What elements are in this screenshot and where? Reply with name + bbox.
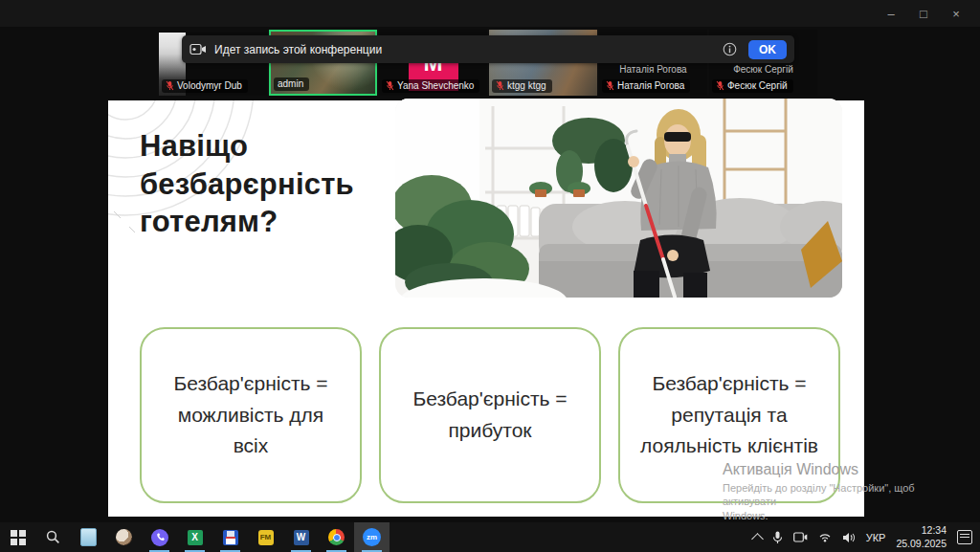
maximize-button[interactable]: □ bbox=[907, 0, 940, 27]
taskbar-app-floppy[interactable] bbox=[212, 522, 248, 552]
muted-mic-icon bbox=[716, 80, 724, 91]
shared-slide: Навіщо безбарєрність готелям? bbox=[108, 100, 864, 517]
language-indicator[interactable]: УКР bbox=[866, 532, 886, 543]
slide-card: Безбар'єрність = репутація та лояльність… bbox=[618, 327, 840, 503]
taskbar-app-word[interactable]: W bbox=[283, 522, 319, 552]
zoom-icon: zm bbox=[363, 528, 381, 546]
windows-logo-icon bbox=[11, 530, 26, 545]
speaker-icon bbox=[842, 532, 856, 543]
ok-button[interactable]: OK bbox=[748, 40, 787, 59]
participant-name-label: Volodymyr Dub bbox=[162, 79, 248, 93]
slide-photo bbox=[395, 99, 842, 298]
chrome-icon bbox=[328, 529, 345, 545]
tray-time: 12:34 bbox=[896, 524, 947, 537]
tray-volume[interactable] bbox=[842, 532, 856, 543]
participant-name-label: Фесюк Сергій bbox=[712, 79, 793, 93]
tray-mic[interactable] bbox=[772, 531, 783, 544]
participant-center-name: Наталія Рогова bbox=[599, 64, 707, 75]
recording-notification: Идет запись этой конференции OK bbox=[182, 35, 794, 63]
participant-name-label: Наталія Рогова bbox=[602, 79, 690, 93]
network-icon bbox=[818, 532, 832, 542]
recording-message: Идет запись этой конференции bbox=[214, 43, 382, 56]
chevron-up-icon bbox=[751, 533, 764, 545]
action-center-button[interactable] bbox=[957, 530, 972, 544]
slide-card: Безбар'єрність = можливість для всіх bbox=[140, 327, 362, 503]
taskbar-app-excel[interactable]: X bbox=[177, 522, 212, 552]
recording-camera-icon bbox=[189, 43, 207, 55]
notes-app-icon bbox=[80, 528, 97, 546]
taskbar-app-file-manager[interactable]: FM bbox=[248, 522, 283, 552]
muted-mic-icon bbox=[386, 80, 394, 91]
slide-card: Безбар'єрність = прибуток bbox=[379, 327, 601, 503]
participant-name-label: Yana Shevchenko bbox=[382, 79, 479, 93]
participant-center-name: Фесюк Сергій bbox=[709, 64, 817, 75]
tray-camera[interactable] bbox=[793, 532, 808, 542]
taskbar-app-notes[interactable] bbox=[71, 522, 106, 552]
tray-network[interactable] bbox=[818, 532, 832, 542]
muted-mic-icon bbox=[606, 80, 614, 91]
file-manager-icon: FM bbox=[258, 530, 274, 545]
tray-expand-button[interactable] bbox=[753, 532, 762, 543]
start-button[interactable] bbox=[0, 522, 35, 552]
search-icon bbox=[46, 530, 60, 544]
word-icon: W bbox=[294, 530, 309, 545]
camera-icon bbox=[793, 532, 808, 542]
close-button[interactable]: × bbox=[940, 0, 972, 27]
taskbar-app-paint[interactable] bbox=[106, 522, 142, 552]
taskbar-app-zoom[interactable]: zm bbox=[354, 522, 390, 552]
participant-name-label: admin bbox=[274, 77, 309, 91]
clock[interactable]: 12:34 25.09.2025 bbox=[896, 524, 947, 549]
taskbar-app-viber[interactable] bbox=[142, 522, 177, 552]
paint-app-icon bbox=[116, 529, 132, 545]
window-titlebar: – □ × bbox=[0, 0, 980, 27]
slide-cards: Безбар'єрність = можливість для всіх Без… bbox=[140, 327, 840, 503]
excel-icon: X bbox=[188, 530, 203, 545]
tray-date: 25.09.2025 bbox=[896, 538, 947, 550]
muted-mic-icon bbox=[166, 80, 174, 91]
desktop: – □ × Volodymyr Dub admin M Yana Shevche… bbox=[0, 0, 980, 552]
minimize-button[interactable]: – bbox=[875, 0, 907, 27]
taskbar-app-chrome[interactable] bbox=[319, 522, 354, 552]
viber-icon bbox=[151, 529, 168, 546]
muted-mic-icon bbox=[496, 80, 504, 91]
info-icon[interactable] bbox=[723, 42, 737, 56]
microphone-icon bbox=[772, 531, 783, 544]
taskbar: X FM W zm bbox=[0, 522, 980, 552]
taskbar-search-button[interactable] bbox=[35, 522, 71, 552]
action-center-icon bbox=[957, 530, 972, 544]
slide-title: Навіщо безбарєрність готелям? bbox=[140, 127, 354, 241]
participant-name-label: ktgg ktgg bbox=[492, 79, 552, 93]
system-tray: УКР 12:34 25.09.2025 bbox=[753, 522, 980, 552]
floppy-disk-icon bbox=[223, 530, 238, 545]
